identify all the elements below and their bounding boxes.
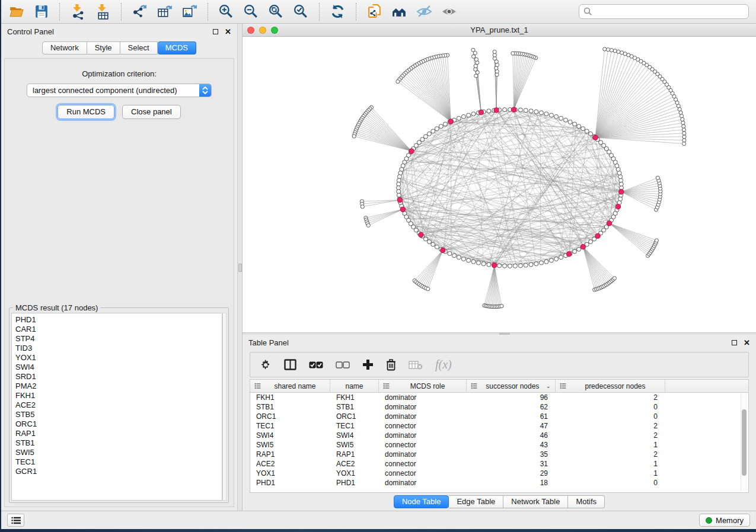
- network-node[interactable]: [427, 132, 431, 136]
- network-node[interactable]: [573, 122, 577, 126]
- export-network-icon[interactable]: [132, 4, 148, 20]
- table-row[interactable]: YOX1YOX1connector291: [250, 469, 748, 478]
- splitter-grip[interactable]: [238, 264, 242, 272]
- mcds-hub-node[interactable]: [492, 263, 497, 268]
- network-node[interactable]: [577, 124, 581, 129]
- network-node[interactable]: [423, 134, 428, 139]
- mcds-hub-node[interactable]: [409, 149, 414, 153]
- mcds-result-item[interactable]: SWI5: [15, 448, 222, 457]
- network-node[interactable]: [487, 262, 491, 267]
- network-node[interactable]: [581, 127, 585, 131]
- mcds-hub-node[interactable]: [441, 248, 445, 252]
- network-node[interactable]: [467, 258, 471, 262]
- network-node[interactable]: [544, 112, 548, 116]
- horizontal-splitter[interactable]: [243, 332, 756, 335]
- mcds-result-item[interactable]: STB5: [15, 410, 222, 419]
- mcds-result-item[interactable]: FKH1: [15, 391, 222, 400]
- network-node[interactable]: [559, 255, 563, 259]
- network-node[interactable]: [529, 262, 533, 267]
- network-node[interactable]: [472, 55, 476, 58]
- table-row[interactable]: PHD1PHD1dominator180: [250, 478, 748, 488]
- tab-select[interactable]: Select: [120, 41, 158, 55]
- tab-node-table[interactable]: Node Table: [394, 495, 449, 508]
- network-node[interactable]: [539, 111, 543, 115]
- network-node[interactable]: [539, 261, 543, 265]
- float-panel-icon[interactable]: [213, 29, 218, 34]
- network-node[interactable]: [471, 112, 476, 116]
- network-node[interactable]: [610, 49, 613, 52]
- mcds-hub-node[interactable]: [580, 245, 585, 249]
- first-neighbors-icon[interactable]: [391, 4, 407, 20]
- network-node[interactable]: [431, 129, 435, 133]
- network-node[interactable]: [471, 48, 475, 52]
- mcds-hub-node[interactable]: [479, 110, 483, 114]
- network-node[interactable]: [461, 257, 465, 261]
- network-node[interactable]: [589, 240, 593, 244]
- mcds-result-item[interactable]: RAP1: [15, 429, 222, 438]
- add-column-icon[interactable]: [362, 359, 374, 370]
- network-node[interactable]: [426, 287, 430, 291]
- open-file-icon[interactable]: [8, 4, 24, 20]
- mcds-result-list[interactable]: PHD1CAR1STP4TID3YOX1SWI4SRD1PMA2FKH1ACE2…: [11, 313, 222, 501]
- table-row[interactable]: TEC1TEC1connector472: [250, 421, 748, 431]
- network-node[interactable]: [474, 64, 477, 68]
- table-row[interactable]: ACE2ACE2connector311: [250, 459, 748, 469]
- criterion-dropdown[interactable]: largest connected component (undirected): [27, 84, 212, 97]
- close-panel-icon[interactable]: ✕: [744, 339, 750, 347]
- network-node[interactable]: [396, 80, 400, 84]
- clone-network-icon[interactable]: [366, 4, 382, 20]
- network-node[interactable]: [500, 305, 503, 308]
- tab-edge-table[interactable]: Edge Table: [449, 495, 503, 508]
- settings-gear-icon[interactable]: [260, 359, 272, 371]
- network-node[interactable]: [448, 252, 452, 256]
- mcds-result-item[interactable]: ORC1: [15, 419, 222, 429]
- network-node[interactable]: [613, 277, 616, 280]
- column-header-name[interactable]: name: [330, 380, 379, 392]
- network-node[interactable]: [503, 108, 507, 112]
- network-node[interactable]: [617, 50, 620, 53]
- mcds-result-item[interactable]: ACE2: [15, 400, 222, 410]
- mcds-hub-node[interactable]: [595, 233, 600, 238]
- network-node[interactable]: [554, 114, 559, 118]
- network-node[interactable]: [511, 52, 515, 55]
- network-node[interactable]: [534, 110, 538, 114]
- network-node[interactable]: [656, 176, 659, 180]
- network-node[interactable]: [524, 108, 528, 113]
- network-node[interactable]: [682, 135, 686, 139]
- network-node[interactable]: [682, 142, 686, 146]
- close-panel-button[interactable]: Close panel: [122, 105, 181, 119]
- zoom-out-icon[interactable]: [243, 4, 259, 20]
- hide-selected-icon[interactable]: [416, 4, 432, 20]
- column-header-predecessor-nodes[interactable]: predecessor nodes: [556, 380, 665, 392]
- network-node[interactable]: [503, 264, 507, 268]
- network-node[interactable]: [529, 109, 533, 113]
- network-node[interactable]: [457, 255, 461, 259]
- network-node[interactable]: [461, 114, 465, 118]
- network-node[interactable]: [435, 127, 439, 131]
- network-node[interactable]: [524, 263, 528, 267]
- column-header-successor-nodes[interactable]: successor nodes⌄: [467, 380, 556, 392]
- network-node[interactable]: [431, 242, 435, 246]
- mcds-hub-node[interactable]: [448, 119, 453, 124]
- delete-column-icon[interactable]: [386, 359, 396, 371]
- tab-mcds[interactable]: MCDS: [158, 41, 196, 55]
- network-node[interactable]: [497, 264, 502, 268]
- network-node[interactable]: [481, 262, 486, 266]
- network-node[interactable]: [518, 264, 522, 268]
- mcds-result-item[interactable]: GCR1: [15, 467, 222, 476]
- network-node[interactable]: [427, 240, 431, 244]
- network-node[interactable]: [577, 247, 581, 251]
- network-node[interactable]: [559, 116, 563, 120]
- zoom-in-icon[interactable]: [218, 4, 234, 20]
- network-node[interactable]: [493, 50, 496, 53]
- network-node[interactable]: [352, 134, 356, 138]
- column-header-shared-name[interactable]: shared name: [250, 380, 330, 392]
- network-node[interactable]: [682, 128, 685, 132]
- search-input[interactable]: [595, 7, 744, 16]
- table-scrollbar[interactable]: [741, 394, 747, 491]
- export-table-icon[interactable]: [157, 4, 173, 20]
- network-node[interactable]: [549, 258, 553, 262]
- network-node[interactable]: [681, 121, 685, 124]
- network-node[interactable]: [544, 259, 548, 264]
- network-node[interactable]: [585, 129, 589, 133]
